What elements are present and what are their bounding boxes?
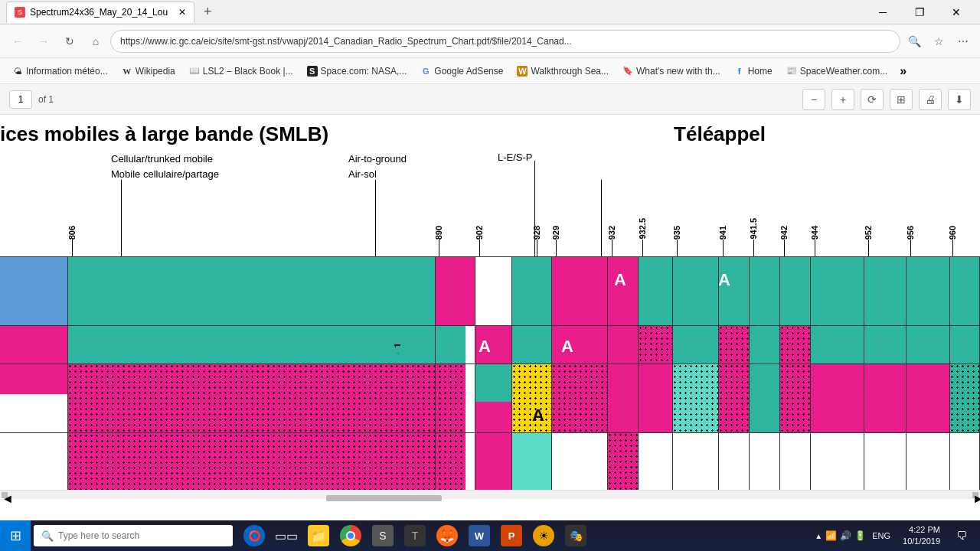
more-options-icon[interactable]: ⋯ bbox=[952, 31, 974, 52]
block-teal-r8 bbox=[949, 325, 980, 364]
page-number-input[interactable] bbox=[9, 90, 32, 109]
block-magenta-big bbox=[0, 325, 67, 394]
forward-button[interactable]: → bbox=[32, 30, 55, 53]
bookmark-item-spaceweather[interactable]: 📰 SpaceWeather.com... bbox=[780, 64, 894, 79]
block-teal-r5 bbox=[810, 325, 864, 364]
block-teal-3rd bbox=[475, 364, 511, 402]
bookmark-favicon-spaceweather: 📰 bbox=[786, 66, 797, 77]
bookmarks-more-button[interactable]: » bbox=[895, 63, 911, 80]
chart-title-right: Téléappel bbox=[674, 122, 766, 146]
bookmark-item-home[interactable]: f Home bbox=[728, 64, 779, 79]
tray-network-icon: 📶 bbox=[825, 530, 837, 541]
taskbar-app-icons: ⭕ ▭▭ 📁 S T 🦊 W P ☀ bbox=[239, 520, 591, 551]
pdf-fit-button[interactable]: ⊞ bbox=[890, 89, 913, 110]
taskbar-word-icon[interactable]: W bbox=[464, 520, 495, 551]
back-button[interactable]: ← bbox=[6, 30, 29, 53]
block-teal-r6 bbox=[864, 325, 906, 364]
bookmark-item-lsl2[interactable]: 📖 LSL2 – Black Book |... bbox=[183, 64, 299, 79]
bookmark-label-adsense: Google AdSense bbox=[434, 66, 503, 77]
clock-date: 10/1/2019 bbox=[903, 536, 940, 547]
bookmark-item-meteo[interactable]: 🌤 Information météo... bbox=[6, 64, 114, 79]
clock-time: 4:22 PM bbox=[903, 524, 940, 536]
new-tab-button[interactable]: + bbox=[199, 4, 217, 20]
block-teal-r7 bbox=[906, 325, 949, 364]
taskbar-finder-icon[interactable]: 🎭 bbox=[560, 520, 591, 551]
taskbar-unknown-icon-2[interactable]: T bbox=[400, 520, 430, 551]
search-input[interactable] bbox=[58, 530, 211, 541]
block-teal-mid bbox=[511, 256, 551, 325]
block-teal-3rd-r5 bbox=[810, 364, 864, 432]
bookmarks-bar: 🌤 Information météo... W Wikipedia 📖 LSL… bbox=[0, 58, 980, 84]
refresh-button[interactable]: ↻ bbox=[58, 30, 81, 53]
pdf-toolbar: of 1 − + ⟳ ⊞ 🖨 ⬇ bbox=[0, 84, 980, 115]
search-icon: 🔍 bbox=[41, 530, 54, 542]
url-input[interactable] bbox=[110, 30, 900, 53]
zoom-in-button[interactable]: + bbox=[831, 89, 854, 110]
block-teal-right bbox=[607, 256, 980, 325]
bookmark-item-wikipedia[interactable]: W Wikipedia bbox=[116, 64, 181, 79]
pdf-content-area: ices mobiles à large bande (SMLB) Téléap… bbox=[0, 115, 980, 490]
block-pink-4th-1 bbox=[475, 402, 511, 490]
label-les: L-E/S-P bbox=[498, 152, 533, 163]
horizontal-scrollbar[interactable]: ◄ ► bbox=[0, 490, 980, 499]
close-button[interactable]: ✕ bbox=[939, 0, 974, 24]
taskbar-file-explorer-icon[interactable]: 📁 bbox=[303, 520, 334, 551]
tab-title: Spectrum24x36_May_20_14_Lou... bbox=[30, 7, 168, 18]
taskbar: ⊞ 🔍 ⭕ ▭▭ 📁 S T 🦊 bbox=[0, 520, 980, 551]
block-a-label-2: A bbox=[718, 270, 730, 290]
block-teal-4th-1 bbox=[511, 432, 551, 490]
start-button[interactable]: ⊞ bbox=[0, 520, 31, 551]
bookmark-item-whatsnew[interactable]: 🔖 What's new with th... bbox=[616, 64, 727, 79]
pdf-print-button[interactable]: 🖨 bbox=[919, 89, 942, 110]
zoom-out-button[interactable]: − bbox=[802, 89, 825, 110]
taskbar-powerpoint-icon[interactable]: P bbox=[496, 520, 527, 551]
bookmark-label-home: Home bbox=[748, 66, 773, 77]
bookmark-favicon-walkthrough: W bbox=[517, 66, 528, 77]
system-clock: 4:22 PM 10/1/2019 bbox=[897, 524, 946, 548]
block-yellow-dotted bbox=[511, 364, 551, 432]
pdf-download-button[interactable]: ⬇ bbox=[948, 89, 971, 110]
bookmark-favicon-whatsnew: 🔖 bbox=[622, 66, 633, 77]
taskbar-firefox-icon[interactable]: 🦊 bbox=[432, 520, 462, 551]
block-pink-r5 bbox=[779, 325, 810, 364]
label-air-to-ground: Air-to-ground Air-sol bbox=[348, 152, 407, 181]
bookmark-star-icon[interactable]: ☆ bbox=[928, 31, 949, 52]
block-teal-r3 bbox=[672, 325, 718, 364]
search-bar[interactable]: 🔍 bbox=[34, 525, 233, 546]
page-total-label: of 1 bbox=[38, 94, 54, 105]
bookmark-favicon-lsl2: 📖 bbox=[189, 66, 200, 77]
bookmark-favicon-wikipedia: W bbox=[122, 66, 132, 77]
pdf-rotate-button[interactable]: ⟳ bbox=[861, 89, 884, 110]
block-pink-3rd-r4 bbox=[779, 364, 810, 432]
bookmark-label-lsl2: LSL2 – Black Book |... bbox=[203, 66, 293, 77]
bookmark-item-walkthrough[interactable]: W Walkthrough Sea... bbox=[511, 64, 615, 79]
block-magenta-2 bbox=[551, 256, 607, 325]
taskbar-chrome-icon[interactable] bbox=[335, 520, 366, 551]
bookmark-label-whatsnew: What's new with th... bbox=[636, 66, 720, 77]
bookmark-item-adsense[interactable]: G Google AdSense bbox=[414, 64, 509, 79]
block-teal-small-1 bbox=[511, 325, 551, 364]
taskbar-cortana-icon[interactable]: ⭕ bbox=[239, 520, 270, 551]
address-bar-icons: 🔍 ☆ ⋯ bbox=[903, 31, 974, 52]
address-bar: ← → ↻ ⌂ 🔍 ☆ ⋯ bbox=[0, 24, 980, 58]
close-tab-icon[interactable]: ✕ bbox=[178, 7, 186, 18]
block-teal-3rd-r7 bbox=[906, 364, 949, 432]
tab-group: S Spectrum24x36_May_20_14_Lou... ✕ + bbox=[6, 2, 217, 23]
block-teal-3rd-r8 bbox=[949, 364, 980, 432]
block-teal-3rd-r3 bbox=[749, 364, 779, 432]
taskbar-unknown-icon-3[interactable]: ☀ bbox=[528, 520, 559, 551]
language-indicator: ENG bbox=[869, 531, 893, 540]
minimize-button[interactable]: ─ bbox=[865, 0, 900, 24]
notification-center-button[interactable]: 🗨 bbox=[949, 523, 974, 548]
bookmark-item-space[interactable]: S Space.com: NASA,... bbox=[301, 64, 413, 79]
system-tray-icons: ▲ 📶 🔊 🔋 bbox=[815, 530, 866, 541]
tray-chevron[interactable]: ▲ bbox=[815, 532, 822, 540]
bookmark-label-space: Space.com: NASA,... bbox=[321, 66, 407, 77]
taskbar-unknown-icon-1[interactable]: S bbox=[368, 520, 398, 551]
active-tab[interactable]: S Spectrum24x36_May_20_14_Lou... ✕ bbox=[6, 2, 194, 23]
taskbar-task-view-icon[interactable]: ▭▭ bbox=[271, 520, 302, 551]
restore-button[interactable]: ❐ bbox=[902, 0, 937, 24]
search-icon[interactable]: 🔍 bbox=[903, 31, 925, 52]
block-magenta-1 bbox=[435, 256, 475, 325]
home-button[interactable]: ⌂ bbox=[84, 30, 107, 53]
